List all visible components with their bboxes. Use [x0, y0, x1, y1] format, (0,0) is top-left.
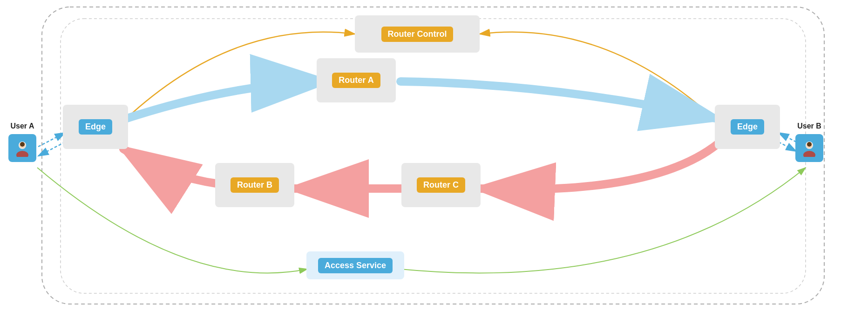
router-control-node: Router Control [355, 15, 480, 53]
router-b-node: Router B [215, 163, 294, 207]
arrow-user-b-to-edge-right [779, 133, 796, 142]
user-a-icon [14, 139, 31, 157]
arrow-edge-right-to-router-c-thick [480, 144, 717, 189]
user-b-avatar [795, 134, 823, 162]
arrow-edge-right-to-router-control [480, 32, 717, 121]
user-a: User A [8, 122, 36, 162]
access-service-label: Access Service [318, 258, 393, 273]
user-b-icon [800, 139, 818, 157]
svg-point-12 [807, 142, 812, 147]
router-a-node: Router A [317, 58, 396, 102]
arrow-router-a-to-edge-right-thick [400, 81, 717, 119]
svg-point-8 [20, 142, 25, 147]
router-control-label: Router Control [381, 27, 454, 42]
user-a-avatar [8, 134, 36, 162]
router-b-label: Router B [231, 177, 279, 193]
diagram: Router Control Router A Router B Router … [0, 0, 868, 311]
edge-left-label: Edge [79, 119, 112, 135]
router-c-label: Router C [417, 177, 465, 193]
arrow-user-a-to-edge-left [38, 133, 65, 147]
router-a-label: Router A [332, 73, 380, 88]
arrow-edge-right-to-user-b [779, 142, 796, 151]
user-b-label: User B [797, 122, 821, 130]
access-service-node: Access Service [306, 251, 404, 279]
edge-right-node: Edge [715, 105, 780, 149]
edge-left-node: Edge [63, 105, 128, 149]
arrow-router-b-to-edge-left-thick [123, 149, 219, 184]
router-c-node: Router C [401, 163, 481, 207]
svg-point-6 [16, 151, 28, 157]
user-a-label: User A [11, 122, 34, 130]
edge-right-label: Edge [731, 119, 764, 135]
arrow-edge-left-to-user-a [38, 142, 65, 156]
svg-point-10 [803, 151, 815, 157]
inner-border [61, 19, 806, 293]
user-b: User B [795, 122, 823, 162]
arrow-edge-left-to-router-a-thick [126, 81, 326, 119]
